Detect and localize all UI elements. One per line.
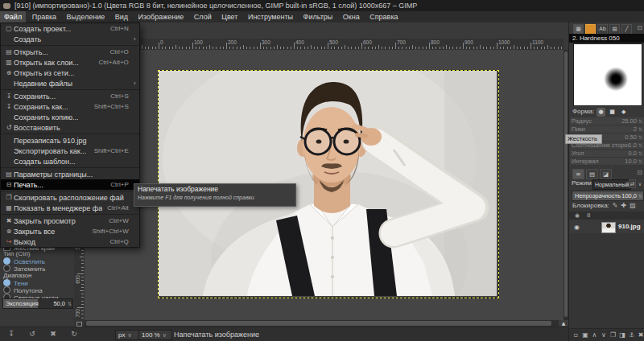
menu-item[interactable]: ▥ Открыть как слои... Ctrl+Alt+O ›: [1, 57, 139, 68]
menu-item[interactable]: Экспортировать как... Shift+Ctrl+E ›: [1, 146, 139, 156]
quick-mask-button[interactable]: [74, 320, 85, 327]
layers-footer-icon[interactable]: ✖: [637, 331, 644, 339]
menu-bar-item[interactable]: Правка: [28, 11, 60, 23]
shape-button[interactable]: ●: [597, 108, 605, 117]
menu-item[interactable]: ›: [1, 191, 139, 191]
ruler-tick: [186, 47, 187, 49]
menu-item[interactable]: ✖ Закрыть просмотр Ctrl+W ›: [1, 216, 139, 226]
menu-item[interactable]: ›: [1, 167, 139, 168]
layers-footer-icon[interactable]: ▫: [572, 331, 580, 339]
exposure-slider[interactable]: Экспозиция 50,0 ⇅: [2, 298, 73, 309]
lock-icon[interactable]: ▨: [630, 202, 636, 209]
menu-item[interactable]: Сохранить копию... ›: [1, 112, 139, 122]
radio-option[interactable]: Осветлить: [3, 257, 45, 265]
title-bar[interactable]: [910] (импортировано)-1.0 (Цвета RGB 8 б…: [0, 0, 644, 11]
layers-footer-icon[interactable]: ∧: [590, 331, 599, 339]
menu-item[interactable]: ›: [1, 89, 139, 90]
layers-footer-icon[interactable]: ∨: [600, 331, 609, 339]
h-scrollbar[interactable]: [85, 320, 559, 327]
menu-item[interactable]: ▤ Параметры страницы... ›: [1, 169, 139, 179]
shape-button[interactable]: ■: [608, 108, 617, 117]
tool-footer-icon[interactable]: ✖: [47, 330, 60, 338]
lock-icon[interactable]: ✎: [613, 202, 618, 209]
menu-bar-item[interactable]: Фильтры: [299, 11, 337, 23]
spinner-icon[interactable]: ⇅: [638, 150, 642, 156]
unit-select[interactable]: px∨: [115, 330, 139, 340]
menu-bar-item[interactable]: Вид: [111, 11, 132, 23]
dock-tab[interactable]: ◪: [600, 169, 612, 179]
tool-footer-icon[interactable]: ↧: [5, 330, 18, 338]
h-scrollbar-thumb[interactable]: [86, 321, 551, 326]
menu-bar-item[interactable]: Слой: [190, 11, 216, 23]
tool-footer-icon[interactable]: ↺: [26, 330, 39, 338]
spinner-icon[interactable]: ⇅: [68, 299, 72, 308]
menu-item[interactable]: Перезаписать 910.jpg ›: [1, 135, 139, 146]
zoom-select[interactable]: 100 %∨: [138, 330, 172, 340]
dock-tab[interactable]: ≡: [572, 169, 584, 179]
menu-item[interactable]: ⊕ Открыть из сети... ›: [1, 68, 139, 78]
ruler-tick: [541, 47, 542, 49]
dock-menu-icon[interactable]: ⊡: [637, 169, 642, 176]
menu-item[interactable]: ↧ Сохранить как... Shift+Ctrl+S ›: [1, 101, 139, 112]
mode-select[interactable]: Нормальный ∨: [592, 179, 631, 190]
shape-button[interactable]: ◆: [619, 108, 628, 117]
menu-item[interactable]: ▢ Создать проект... Ctrl+N ›: [1, 23, 139, 34]
navigation-button[interactable]: ▲: [559, 320, 568, 327]
dock-menu-icon[interactable]: ⊡: [637, 24, 642, 31]
menu-item[interactable]: ↪ Выход Ctrl+Q ›: [1, 236, 139, 247]
menu-item[interactable]: ⊟ Печать... Ctrl+P ›: [1, 179, 139, 190]
opacity-slider[interactable]: Непрозрачность 100,0 ⇅: [572, 191, 644, 201]
layers-footer-icon[interactable]: ❐: [609, 331, 617, 339]
layers-footer-icon[interactable]: ⚓: [627, 331, 636, 339]
menu-item[interactable]: ›: [1, 45, 139, 46]
menu-item[interactable]: ▤ Открыть... Ctrl+O ›: [1, 47, 139, 57]
menu-item[interactable]: ⊗ Закрыть все Shift+Ctrl+W ›: [1, 226, 139, 236]
menu-item[interactable]: Создать ›: [1, 34, 139, 44]
lock-icon[interactable]: ✚: [621, 202, 627, 209]
brush-param-row[interactable]: Радиус 25.00 ⇅: [570, 117, 644, 125]
spinner-icon[interactable]: ⇅: [638, 191, 642, 200]
brush-param-row[interactable]: Пики 2 ⇅: [570, 125, 644, 134]
chevron-down-icon[interactable]: ∨: [637, 179, 643, 188]
menu-bar-item[interactable]: Файл: [0, 11, 26, 23]
menu-item[interactable]: ›: [1, 214, 139, 215]
ruler-tick: [480, 45, 481, 49]
menu-bar-item[interactable]: Выделение: [63, 11, 109, 23]
ruler-tick: [426, 47, 427, 49]
menu-item[interactable]: ↺ Восстановить ›: [1, 122, 139, 133]
spinner-icon[interactable]: ⇅: [638, 134, 642, 140]
spinner-icon[interactable]: ⇅: [638, 142, 642, 148]
menu-item[interactable]: ❐ Скопировать расположение файла ›: [1, 192, 139, 203]
menu-bar-item[interactable]: Изображение: [134, 11, 188, 23]
layer-row[interactable]: ◉ 910.jpg: [569, 220, 644, 233]
ruler-tick: [554, 47, 555, 49]
brush-preview[interactable]: [573, 43, 642, 106]
tool-footer-icon[interactable]: ↻: [68, 330, 80, 338]
menu-item[interactable]: ›: [1, 134, 139, 134]
layer-thumbnail[interactable]: [601, 222, 616, 233]
menu-bar-item[interactable]: Справка: [365, 11, 402, 23]
layers-footer-icon[interactable]: ◨: [618, 331, 627, 339]
layers-footer-icon[interactable]: ▣: [581, 331, 590, 339]
h-ruler[interactable]: 0100200300400500600700800900100011001200: [74, 39, 564, 51]
spinner-icon[interactable]: ⇅: [638, 158, 642, 164]
radio-option[interactable]: Полутона: [3, 286, 58, 294]
menu-item[interactable]: ▦ Показать в менеджере файлов Ctrl+Alt ›: [1, 203, 139, 213]
menu-bar-item[interactable]: Окна: [339, 11, 364, 23]
radio-option[interactable]: Тени: [3, 279, 58, 286]
dock-tab[interactable]: ▤: [586, 169, 598, 179]
radio-option[interactable]: Затемнить: [3, 265, 45, 272]
menu-item[interactable]: Создать шаблон... ›: [1, 156, 139, 166]
mode-switch-icon[interactable]: ⇄: [629, 179, 636, 188]
ruler-tick: [449, 47, 450, 49]
menu-item[interactable]: Недавние файлы ›: [1, 78, 139, 88]
brush-param-row[interactable]: Угол 0.0 ⇅: [570, 150, 644, 158]
visibility-eye-icon[interactable]: ◉: [574, 224, 580, 231]
spinner-icon[interactable]: ⇅: [638, 126, 642, 132]
menu-item[interactable]: ↧ Сохранить... Ctrl+S ›: [1, 91, 139, 101]
menu-bar-item[interactable]: Цвет: [217, 11, 242, 23]
layer-list-empty-area[interactable]: [569, 233, 644, 328]
menu-bar-item[interactable]: Инструменты: [244, 11, 297, 23]
spinner-icon[interactable]: ⇅: [638, 118, 642, 124]
v-scrollbar-thumb[interactable]: [564, 51, 568, 317]
